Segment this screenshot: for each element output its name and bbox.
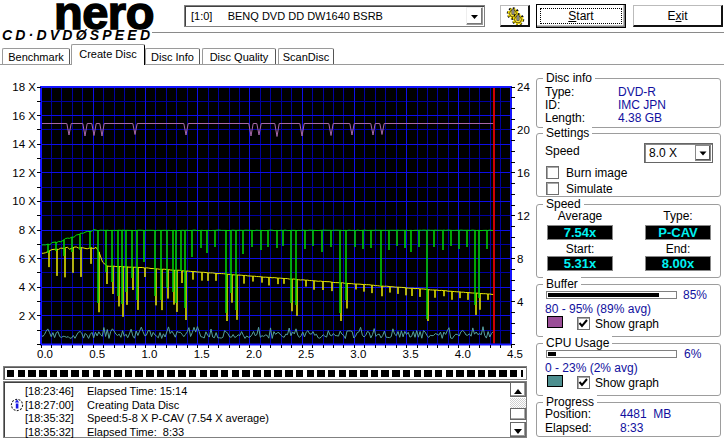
svg-text:2 X: 2 X	[19, 310, 37, 322]
svg-text:12: 12	[517, 210, 530, 222]
svg-text:4.5: 4.5	[507, 348, 523, 360]
svg-text:16: 16	[517, 167, 530, 179]
svg-text:1.5: 1.5	[194, 348, 210, 360]
svg-text:4 X: 4 X	[19, 281, 37, 293]
svg-text:8: 8	[517, 253, 523, 265]
svg-text:0.5: 0.5	[89, 348, 105, 360]
svg-text:8 X: 8 X	[19, 224, 37, 236]
svg-text:4.0: 4.0	[455, 348, 471, 360]
svg-text:20: 20	[517, 124, 530, 136]
svg-text:10 X: 10 X	[12, 195, 36, 207]
svg-text:16 X: 16 X	[12, 110, 36, 122]
svg-text:24: 24	[517, 81, 530, 93]
svg-text:3.5: 3.5	[403, 348, 419, 360]
svg-text:6 X: 6 X	[19, 253, 37, 265]
svg-text:4: 4	[517, 296, 524, 308]
svg-text:12 X: 12 X	[12, 167, 36, 179]
svg-text:3.0: 3.0	[350, 348, 366, 360]
svg-text:0.0: 0.0	[37, 348, 53, 360]
svg-text:14 X: 14 X	[12, 138, 36, 150]
svg-text:18 X: 18 X	[12, 81, 36, 93]
svg-text:2.0: 2.0	[246, 348, 262, 360]
svg-text:2.5: 2.5	[298, 348, 314, 360]
svg-text:1.0: 1.0	[141, 348, 157, 360]
